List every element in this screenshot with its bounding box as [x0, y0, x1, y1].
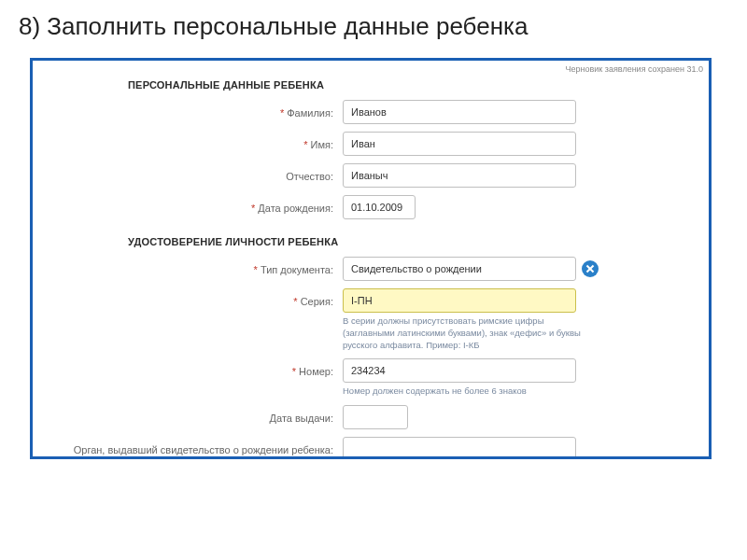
label-middlename: Отчество:: [44, 163, 343, 183]
input-doctype[interactable]: [343, 257, 576, 281]
label-birthdate: Дата рождения:: [44, 195, 343, 215]
label-issuedate: Дата выдачи:: [44, 405, 343, 425]
slide: 8) Заполнить персональные данные ребенка…: [0, 0, 747, 560]
input-series[interactable]: [343, 288, 576, 313]
form-panel: Черновик заявления сохранен 31.0 ПЕРСОНА…: [30, 58, 712, 459]
input-issuer[interactable]: [343, 437, 576, 459]
label-number: Номер:: [44, 358, 343, 378]
row-firstname: Имя:: [44, 132, 698, 156]
input-issuedate[interactable]: [343, 405, 408, 429]
close-icon[interactable]: [582, 260, 599, 277]
autosave-hint: Черновик заявления сохранен 31.0: [566, 64, 703, 74]
row-series: Серия: В серии должны присутствовать рим…: [44, 288, 698, 351]
label-series: Серия:: [44, 288, 343, 308]
row-lastname: Фамилия:: [44, 100, 698, 124]
input-birthdate[interactable]: [343, 195, 416, 219]
input-number[interactable]: [343, 358, 576, 383]
section-heading-identity: УДОСТОВЕРЕНИЕ ЛИЧНОСТИ РЕБЕНКА: [128, 236, 698, 247]
label-firstname: Имя:: [44, 132, 343, 151]
row-number: Номер: Номер должен содержать не более 6…: [44, 358, 698, 398]
row-middlename: Отчество:: [44, 163, 698, 188]
row-issuedate: Дата выдачи:: [44, 405, 698, 429]
row-issuer: Орган, выдавший свидетельство о рождении…: [44, 437, 698, 459]
hint-series: В серии должны присутствовать римские ци…: [343, 315, 595, 351]
form-area: ПЕРСОНАЛЬНЫЕ ДАННЫЕ РЕБЕНКА Фамилия: Имя…: [33, 61, 709, 459]
input-lastname[interactable]: [343, 100, 576, 124]
slide-title: 8) Заполнить персональные данные ребенка: [19, 11, 728, 42]
section-heading-child: ПЕРСОНАЛЬНЫЕ ДАННЫЕ РЕБЕНКА: [128, 79, 698, 91]
label-issuer: Орган, выдавший свидетельство о рождении…: [44, 437, 343, 456]
row-doctype: Тип документа:: [44, 257, 698, 281]
label-doctype: Тип документа:: [44, 257, 343, 276]
label-lastname: Фамилия:: [44, 100, 343, 119]
row-birthdate: Дата рождения:: [44, 195, 698, 219]
input-firstname[interactable]: [343, 132, 576, 156]
hint-number: Номер должен содержать не более 6 знаков: [343, 385, 576, 398]
input-middlename[interactable]: [343, 163, 576, 188]
